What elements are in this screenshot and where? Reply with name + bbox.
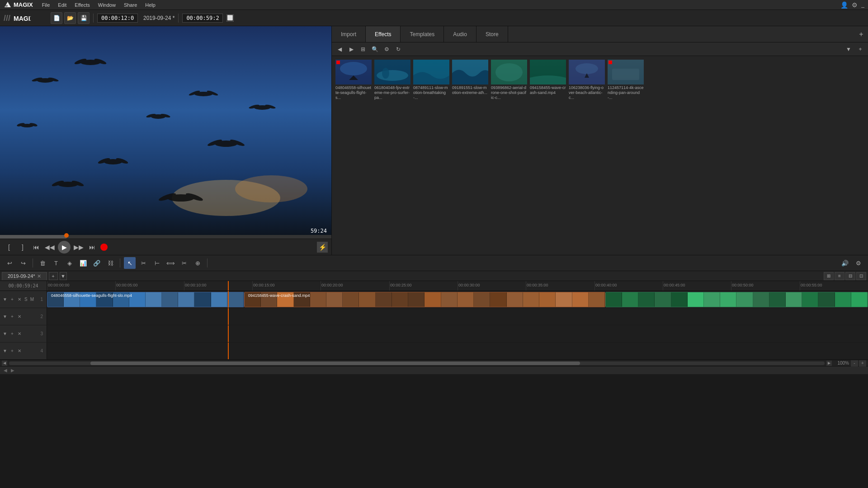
- timecode-right-input[interactable]: [182, 14, 223, 23]
- track-content-3[interactable]: [47, 325, 868, 342]
- volume-button[interactable]: 🔊: [839, 257, 851, 269]
- tab-templates[interactable]: Templates: [401, 26, 444, 42]
- menu-edit[interactable]: Edit: [54, 1, 70, 9]
- panel-back-button[interactable]: ◀: [335, 44, 344, 54]
- preview-progress-marker[interactable]: [64, 233, 69, 238]
- track-expand-3[interactable]: ▼: [2, 331, 8, 337]
- user-icon[interactable]: 👤: [840, 1, 848, 9]
- media-item-8[interactable]: 112457114-4k-ascending-pan-around-...: [608, 60, 644, 100]
- timeline-tab[interactable]: 2019-09-24* ✕: [2, 272, 47, 280]
- track-expand-2[interactable]: ▼: [2, 314, 8, 320]
- insert-button[interactable]: ⊕: [192, 257, 203, 269]
- new-file-button[interactable]: 📄: [51, 12, 62, 24]
- panel-refresh-button[interactable]: ↻: [393, 44, 403, 54]
- chart-button[interactable]: 📊: [77, 257, 89, 269]
- track-remove-2[interactable]: ✕: [16, 314, 23, 320]
- save-file-button[interactable]: 💾: [78, 12, 90, 24]
- track-expand-1[interactable]: ▼: [2, 296, 8, 303]
- track-remove-3[interactable]: ✕: [16, 331, 23, 337]
- chain-button[interactable]: ⛓: [104, 257, 116, 269]
- media-item-3[interactable]: 087489111-slow-motion-breathtaking-...: [413, 60, 449, 100]
- track-s-1[interactable]: S: [24, 297, 28, 302]
- minimize-icon[interactable]: _: [861, 1, 864, 9]
- panel-forward-button[interactable]: ▶: [346, 44, 356, 54]
- track-content-1[interactable]: 048046558-silhouette-seagulls-flight-slo…: [47, 291, 868, 308]
- prev-frame-button[interactable]: ◀◀: [44, 242, 55, 253]
- track-content-2[interactable]: [47, 308, 868, 325]
- panel-dropdown-button[interactable]: ▼: [844, 44, 854, 54]
- tab-add-button[interactable]: +: [854, 26, 868, 42]
- mark-in-button[interactable]: [: [4, 242, 14, 253]
- tab-effects[interactable]: Effects: [366, 26, 401, 42]
- media-item-7[interactable]: 106238036-flying-over-beach-atlantic-c..…: [569, 60, 605, 100]
- timeline-ruler[interactable]: 00:00:00:0000:00:05:0000:00:10:0000:00:1…: [47, 281, 868, 291]
- track-remove-1[interactable]: ✕: [16, 296, 23, 303]
- next-frame-button[interactable]: ▶▶: [73, 242, 84, 253]
- clip-1-2[interactable]: [605, 292, 868, 307]
- menu-window[interactable]: Window: [94, 1, 119, 9]
- menu-file[interactable]: File: [38, 1, 54, 9]
- record-button[interactable]: [100, 244, 108, 251]
- menu-effects[interactable]: Effects: [71, 1, 93, 9]
- fast-render-button[interactable]: ⚡: [317, 242, 328, 253]
- delete-button[interactable]: 🗑: [37, 257, 48, 269]
- track-content-4[interactable]: [47, 343, 868, 359]
- bookmark-button[interactable]: ◈: [64, 257, 75, 269]
- text-tool-button[interactable]: T: [50, 257, 62, 269]
- track-m-1[interactable]: M: [29, 297, 35, 302]
- media-item-1[interactable]: 048046558-silhouette-seagulls-flight-s..…: [335, 60, 372, 100]
- menu-help[interactable]: Help: [142, 1, 159, 9]
- track-add-4[interactable]: +: [9, 348, 15, 354]
- panel-settings-button[interactable]: ⚙: [382, 44, 392, 54]
- open-file-button[interactable]: 📂: [64, 12, 76, 24]
- scroll-right-arrow[interactable]: ▶: [826, 361, 832, 366]
- media-item-2[interactable]: 061804048-fpv-extreme-me-pro-surfer-pa..…: [374, 60, 410, 100]
- razor-tool-button[interactable]: ✂: [137, 257, 149, 269]
- play-button[interactable]: ▶: [58, 241, 71, 253]
- fullscreen-button[interactable]: ⬜: [226, 14, 234, 22]
- link-button[interactable]: 🔗: [91, 257, 103, 269]
- undo-button[interactable]: ↩: [4, 257, 15, 269]
- scroll-thumb[interactable]: [90, 361, 580, 365]
- tab-audio[interactable]: Audio: [444, 26, 476, 42]
- media-item-4[interactable]: 091891551-slow-motion-extreme-ath...: [452, 60, 488, 100]
- track-add-1[interactable]: +: [9, 296, 15, 303]
- menu-share[interactable]: Share: [120, 1, 141, 9]
- scissors-button[interactable]: ✂: [178, 257, 190, 269]
- scroll-left-arrow[interactable]: ◀: [2, 361, 7, 366]
- scroll-track[interactable]: [9, 361, 825, 365]
- track-expand-4[interactable]: ▼: [2, 348, 8, 354]
- trim-tool-button[interactable]: ⊢: [151, 257, 163, 269]
- mark-out-button[interactable]: ]: [17, 242, 28, 253]
- timeline-tab-close[interactable]: ✕: [37, 273, 41, 279]
- track-add-2[interactable]: +: [9, 314, 15, 320]
- timeline-add-tab-button[interactable]: +: [49, 272, 58, 280]
- preview-progress-bar[interactable]: [0, 235, 331, 239]
- tab-store[interactable]: Store: [476, 26, 508, 42]
- media-item-6[interactable]: 094158455-wave-crash-sand.mp4: [530, 60, 566, 100]
- panel-add-button[interactable]: +: [855, 44, 865, 54]
- view-options-button[interactable]: ⚙: [853, 257, 864, 269]
- panel-grid-button[interactable]: ⊞: [358, 44, 368, 54]
- media-item-5[interactable]: 093896862-aerial-drone-one-shot-pacific-…: [491, 60, 527, 100]
- settings-icon[interactable]: ⚙: [852, 1, 858, 9]
- redo-button[interactable]: ↪: [17, 257, 29, 269]
- view-multitrack-button[interactable]: ⊟: [845, 272, 855, 280]
- clip-1-0[interactable]: 048046558-silhouette-seagulls-flight-slo…: [47, 292, 244, 307]
- track-add-3[interactable]: +: [9, 331, 15, 337]
- clip-1-1[interactable]: 094158455-wave-crash-sand.mp4: [244, 292, 605, 307]
- track-remove-4[interactable]: ✕: [16, 348, 23, 354]
- zoom-in-button[interactable]: +: [859, 360, 866, 366]
- split-tool-button[interactable]: ⟺: [165, 257, 176, 269]
- view-storyboard-button[interactable]: ⊞: [824, 272, 834, 280]
- timecode-input[interactable]: [97, 14, 138, 23]
- prev-clip-button[interactable]: ⏮: [31, 242, 42, 253]
- tab-import[interactable]: Import: [332, 26, 366, 42]
- zoom-out-button[interactable]: -: [851, 360, 858, 366]
- panel-search-button[interactable]: 🔍: [370, 44, 380, 54]
- view-fit-button[interactable]: ⊡: [856, 272, 866, 280]
- timeline-dropdown-button[interactable]: ▼: [60, 272, 67, 280]
- next-clip-button[interactable]: ⏭: [87, 242, 98, 253]
- view-timeline-button[interactable]: ≡: [835, 272, 844, 280]
- select-tool-button[interactable]: ↖: [124, 257, 136, 269]
